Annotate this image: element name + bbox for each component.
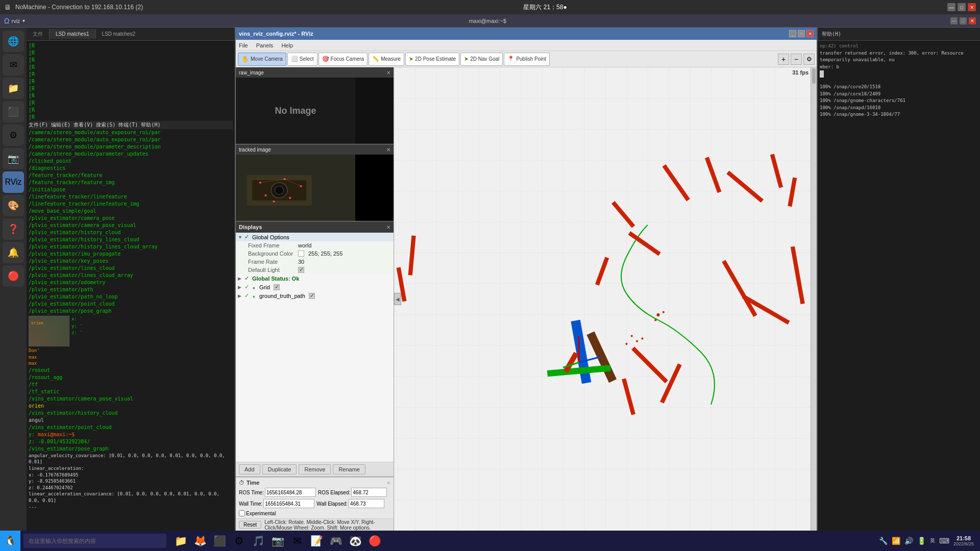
terminal-line: [R (29, 49, 233, 57)
time-close[interactable]: ✕ (386, 480, 390, 486)
taskbar-app-terminal[interactable]: ⬛ (210, 532, 229, 550)
move-camera-button[interactable]: ✋ Move Camera (238, 53, 286, 66)
select-button[interactable]: ⬜ Select (287, 53, 317, 66)
default-light-checkbox[interactable]: ✓ (298, 267, 304, 273)
tray-icon-2[interactable]: 📶 (892, 537, 900, 545)
close-button[interactable]: ✕ (968, 3, 976, 11)
toolbar-plus[interactable]: + (778, 54, 789, 65)
remove-button[interactable]: Remove (299, 464, 331, 474)
app-selector[interactable]: Ω rviz ▾ (4, 17, 25, 25)
displays-close[interactable]: ✕ (386, 224, 390, 230)
bg-color-swatch[interactable] (298, 251, 304, 257)
file-tab[interactable]: 文件 (27, 29, 50, 40)
path-row[interactable]: ▶ ✓ ⬥ ground_truth_path ✓ (236, 291, 394, 300)
rviz-restore[interactable]: □ (798, 30, 805, 37)
taskbar-search[interactable] (23, 534, 166, 548)
lsd-matches2-tab[interactable]: LSD matches2 (96, 29, 142, 39)
raw-image-close[interactable]: ✕ (386, 70, 390, 76)
start-button[interactable]: 🐧 (0, 531, 20, 551)
file-menu[interactable]: File (239, 42, 248, 48)
app8-icon-btn[interactable]: 🔴 (3, 265, 24, 287)
win-restore[interactable]: □ (960, 17, 967, 24)
raw-image-content: No Image (236, 78, 394, 144)
maximize-button[interactable]: □ (958, 3, 966, 11)
grid-row[interactable]: ▶ ✓ ⬥ Grid ✓ (236, 283, 394, 291)
focus-camera-button[interactable]: 🎯 Focus Camera (318, 53, 368, 66)
right-terminal-content: np:42) control transfer returned error, … (818, 41, 980, 531)
ros-time-input[interactable] (265, 488, 316, 497)
publish-point-button[interactable]: 📍 Publish Point (504, 53, 549, 66)
no-image-text: No Image (275, 106, 316, 116)
files-icon-btn[interactable]: 📁 (3, 78, 24, 99)
displays-panel: Displays ✕ ▼ ✓ Global Options (236, 221, 394, 477)
taskbar-app-camera[interactable]: 📷 (268, 532, 287, 550)
minimize-button[interactable]: — (947, 3, 955, 11)
rviz-icon-btn[interactable]: RViz (3, 171, 24, 193)
pose-estimate-button[interactable]: ➤ 2D Pose Estimate (405, 53, 459, 66)
rviz-minimize[interactable]: _ (789, 30, 796, 37)
grid-status-icon: ✓ (244, 284, 251, 290)
experimental-label: Experimental (246, 511, 276, 516)
tray-icon-5[interactable]: ⌨ (939, 537, 949, 545)
camera-icon-btn[interactable]: 📷 (3, 148, 24, 169)
experimental-checkbox[interactable] (239, 510, 245, 516)
grid-checkbox[interactable]: ✓ (274, 284, 280, 290)
wall-elapsed-label: Wall Elapsed: (316, 501, 348, 507)
paint-icon-btn[interactable]: 🎨 (3, 195, 24, 216)
tray-icon-4[interactable]: 🔋 (917, 537, 926, 545)
reset-button[interactable]: Reset (239, 521, 261, 529)
email-icon-btn[interactable]: ✉ (3, 54, 24, 76)
win-close[interactable]: ✕ (969, 17, 976, 24)
duplicate-button[interactable]: Duplicate (262, 464, 297, 474)
help-icon-btn[interactable]: ❓ (3, 218, 24, 240)
wall-elapsed-input[interactable] (349, 499, 384, 508)
rviz-close[interactable]: ✕ (806, 30, 814, 37)
path-checkbox[interactable]: ✓ (309, 293, 315, 299)
panels-menu[interactable]: Panels (256, 42, 274, 48)
win-minimize[interactable]: — (950, 17, 958, 24)
taskbar-app-red[interactable]: 🔴 (365, 532, 384, 550)
svg-rect-23 (595, 257, 609, 285)
terminal-icon-btn[interactable]: ⬛ (3, 101, 24, 122)
path-item: /linefeature_tracker/linefeature (29, 193, 233, 201)
taskbar-app-browser[interactable]: 🦊 (191, 532, 209, 550)
taskbar-app-note[interactable]: 📝 (307, 532, 326, 550)
settings-icon-btn[interactable]: ⚙ (3, 124, 24, 146)
taskbar-app-panda[interactable]: 🐼 (346, 532, 364, 550)
lsd-matches1-tab[interactable]: LSD matches1 (50, 29, 96, 39)
measure-button[interactable]: 📏 Measure (369, 53, 404, 66)
ros-elapsed-input[interactable] (351, 488, 387, 497)
tracked-image-close[interactable]: ✕ (386, 147, 390, 153)
window-time: 星期六 21：58● (523, 3, 567, 12)
rt-cursor-row (820, 70, 978, 80)
taskbar-app-files[interactable]: 📁 (172, 532, 190, 550)
notification-icon-btn[interactable]: 🔔 (3, 242, 24, 263)
point-icon: 📍 (507, 56, 514, 62)
taskbar-app-game[interactable]: 🎮 (327, 532, 345, 550)
taskbar-app-media[interactable]: 🎵 (249, 532, 267, 550)
viewport-3d[interactable]: ◀ 31 fps (394, 67, 817, 531)
tray-lang[interactable]: 英 (930, 537, 935, 544)
path-item: /rosout (29, 367, 233, 374)
viewport-left-arrow[interactable]: ◀ (394, 293, 401, 305)
nav-goal-button[interactable]: ➤ 2D Nav Goal (460, 53, 503, 66)
scrollbar-thumb[interactable] (812, 68, 816, 84)
toolbar-minus[interactable]: − (791, 54, 802, 65)
path-item: z: -0.001/453292384/ (29, 438, 233, 445)
viewport-scrollbar-v[interactable] (811, 67, 817, 531)
tray-icon-1[interactable]: 🔧 (879, 537, 888, 545)
wall-time-input[interactable] (263, 499, 314, 508)
rename-button[interactable]: Rename (333, 464, 365, 474)
time-icon[interactable]: ⏱ (239, 480, 244, 486)
global-options-row[interactable]: ▼ ✓ Global Options (236, 233, 394, 241)
taskbar-clock[interactable]: 21:58 2022/6/25 (953, 535, 974, 546)
add-button[interactable]: Add (239, 464, 260, 474)
terminal-line: [R (29, 64, 233, 71)
tray-icon-3[interactable]: 🔊 (904, 537, 913, 545)
help-menu[interactable]: Help (281, 42, 293, 48)
browser-icon-btn[interactable]: 🌐 (3, 31, 24, 52)
global-status-icon: ✓ (244, 275, 251, 282)
taskbar-app-mail[interactable]: ✉ (288, 532, 306, 550)
taskbar-app-settings[interactable]: ⚙ (230, 532, 248, 550)
toolbar-settings[interactable]: ⚙ (803, 54, 815, 65)
